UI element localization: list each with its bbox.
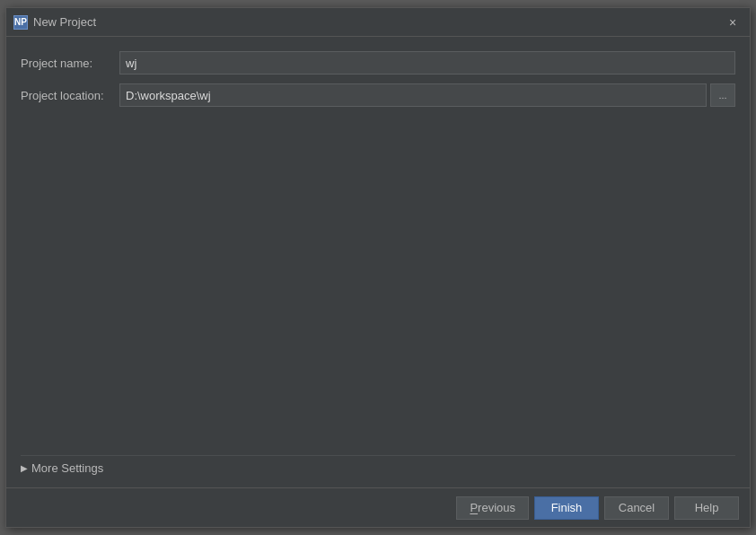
previous-button[interactable]: Previous xyxy=(456,496,529,520)
finish-label: Finish xyxy=(551,501,583,514)
more-settings-label: More Settings xyxy=(31,461,103,475)
title-bar-left: NP New Project xyxy=(13,15,96,30)
title-bar: NP New Project × xyxy=(6,8,750,37)
more-settings-toggle[interactable]: ▶ More Settings xyxy=(21,455,735,480)
bottom-bar: Previous Finish Cancel Help xyxy=(6,487,750,527)
finish-button[interactable]: Finish xyxy=(534,496,599,520)
new-project-dialog: NP New Project × Project name: Project l… xyxy=(5,7,751,528)
dialog-content: Project name: Project location: ... ▶ Mo… xyxy=(6,37,750,487)
close-button[interactable]: × xyxy=(723,13,743,32)
help-label: Help xyxy=(695,501,719,514)
arrow-right-icon: ▶ xyxy=(21,463,28,473)
app-icon: NP xyxy=(13,15,28,30)
project-location-row: Project location: ... xyxy=(21,83,735,107)
project-name-row: Project name: xyxy=(21,51,735,75)
project-location-label: Project location: xyxy=(21,89,119,102)
project-name-input[interactable] xyxy=(119,51,735,75)
project-location-input[interactable] xyxy=(119,83,707,107)
previous-label: Previous xyxy=(470,501,515,514)
cancel-label: Cancel xyxy=(619,501,655,514)
dialog-title: New Project xyxy=(33,15,96,29)
content-spacer xyxy=(21,116,735,455)
browse-button[interactable]: ... xyxy=(710,83,735,107)
help-button[interactable]: Help xyxy=(674,496,739,520)
project-name-label: Project name: xyxy=(21,57,119,70)
cancel-button[interactable]: Cancel xyxy=(604,496,669,520)
